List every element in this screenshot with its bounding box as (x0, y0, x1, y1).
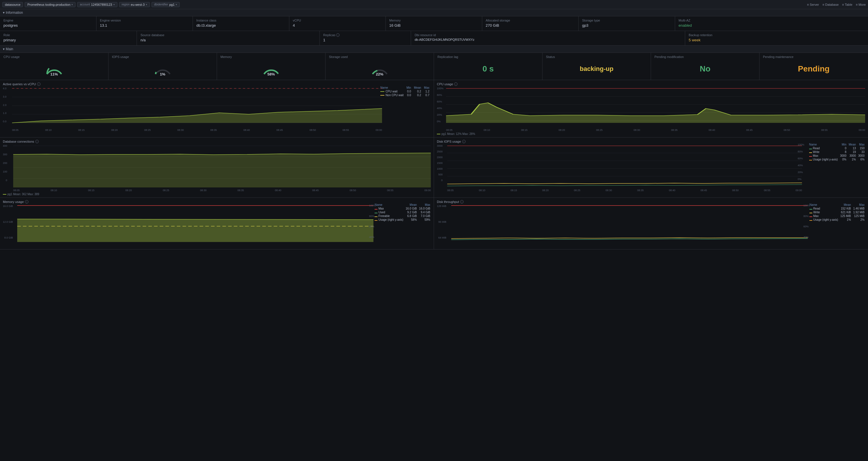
legend-row-disk-max: Max 3000 3000 3000 (808, 154, 866, 158)
backup-retention-label: Backup retention (689, 33, 865, 37)
metric-storage-label: Storage used (329, 55, 430, 59)
memory-usage-info-icon[interactable]: i (25, 200, 28, 204)
environment-selector[interactable]: Prometheus tooling-production ▾ (25, 2, 75, 7)
chart-disk-iops-title: Disk IOPS usage i (437, 140, 865, 143)
metric-status: Status backing-up (542, 53, 651, 80)
memory-usage-legend: Name Mean Max Max 16.0 GiB 16.0 GiB Used… (373, 203, 431, 222)
database-icon: ≡ (823, 3, 824, 6)
nav-server[interactable]: ≡ Server (807, 3, 819, 6)
region-value: eu-west-3 (131, 3, 145, 6)
chart-disk-iops: Disk IOPS usage i Name Min Mean Max Read (434, 137, 868, 198)
chart-active-queries: Active queries vs vCPU i Name Min Mean M… (0, 80, 434, 138)
disk-iops-xaxis: 08:0508:1008:1508:2008:2508:3008:3508:40… (447, 189, 802, 192)
replication-lag-value: 0 s (483, 64, 494, 73)
info-cell-replicas: Replicas i 1 (320, 31, 411, 45)
memory-value: 16 GiB (389, 23, 478, 28)
nav-table[interactable]: ≡ Table (842, 3, 852, 6)
replicas-info-icon[interactable]: i (336, 33, 340, 37)
charts-row3: Memory usage i Name Mean Max Max 16.0 Gi… (0, 198, 868, 249)
info-cell-storage-type: Storage type gp3 (579, 17, 675, 31)
dbidentifier-label: dbidentifier (154, 3, 168, 6)
db-connections-xaxis: 08:0508:1008:1508:2008:2508:3008:3508:40… (13, 189, 431, 192)
dbidentifier-selector[interactable]: dbidentifier pg1 ▾ (152, 2, 180, 7)
chart-cpu-usage: CPU usage i 100%80%60%40%20%0% 08:0508:1… (434, 80, 868, 138)
metric-iops-usage: IOPS usage 1% (108, 53, 217, 80)
cpu-usage-legend-text: pg1 Mean: 12% Max: 28% (441, 132, 475, 135)
replicas-label: Replicas i (323, 33, 407, 37)
db-connections-svg (13, 144, 431, 187)
main-section-header[interactable]: ▾ Main (0, 45, 868, 53)
svg-marker-24 (17, 219, 373, 242)
metric-pending-maint-content: Pending (763, 60, 865, 78)
info-cell-engine-version: Engine version 13.1 (96, 17, 193, 31)
memory-gauge-label: 58% (261, 72, 281, 76)
dbi-resource-id-label: Dbi resource id (414, 33, 681, 37)
memory-usage-chart-area: 16.0 GiB12.0 GiB8.0 GiB (17, 205, 373, 243)
active-queries-chart-area: 4.03.02.01.00.0 08:0508:1008:1508:2008:2… (12, 87, 382, 131)
memory-usage-svg (17, 205, 373, 242)
legend-row-mem-max: Max 16.0 GiB 16.0 GiB (373, 207, 431, 210)
cpu-usage-info-icon[interactable]: i (454, 82, 458, 86)
information-section-header[interactable]: ▾ Information (0, 9, 868, 17)
disk-iops-info-icon[interactable]: i (462, 140, 466, 143)
db-connections-footer: pg1 Mean: 362 Max: 389 (3, 193, 431, 196)
multiaz-label: Multi-AZ (679, 19, 865, 22)
metric-memory-label: Memory (220, 55, 322, 59)
svg-marker-11 (446, 103, 865, 123)
disk-iops-legend: Name Min Mean Max Read 0 13 150 Write (808, 143, 866, 161)
db-connections-info-icon[interactable]: i (35, 140, 39, 143)
svg-marker-16 (13, 153, 431, 187)
db-connections-chart-area: 4003002001000 08:0508:1008:1508:2008:250… (13, 144, 431, 192)
engine-version-value: 13.1 (100, 23, 189, 28)
metric-status-content: backing-up (546, 60, 647, 78)
metric-pending-modification: Pending modification No (651, 53, 760, 80)
metric-replication-lag-content: 0 s (437, 60, 539, 78)
nav-more[interactable]: ≡ More (856, 3, 866, 6)
chart-disk-throughput: Disk throughput i Name Mean Max Read 152… (434, 198, 868, 249)
legend-row-disk-read: Read 0 13 150 (808, 146, 866, 150)
legend-row-disk-write: Write 8 19 33 (808, 150, 866, 154)
pending-mod-value: No (700, 64, 710, 73)
chevron-down-icon: ▾ (71, 3, 73, 6)
info-cell-instance-class: Instance class db.t3.xlarge (193, 17, 289, 31)
legend-row-cpu-wait: CPU wait 0.0 0.2 1.2 (379, 90, 431, 93)
storage-type-value: gp3 (582, 23, 671, 28)
cpu-usage-chart-area: 100%80%60%40%20%0% 08:0508:1008:1508:200… (446, 87, 865, 131)
nav-database[interactable]: ≡ Database (823, 3, 839, 6)
metric-replication-lag: Replication lag 0 s (434, 53, 542, 80)
information-section-label: Information (6, 11, 23, 14)
engine-label: Engine (3, 19, 93, 22)
legend-row-thr-usage: Usage (right y-axis) 1% 2% (808, 218, 866, 222)
legend-row-thr-read: Read 152 KiB 1.46 MiB (808, 207, 866, 210)
info-grid-row1: Engine postgres Engine version 13.1 Inst… (0, 17, 868, 31)
status-value: backing-up (580, 65, 613, 73)
table-icon: ≡ (842, 3, 844, 6)
db-connections-legend-line (3, 194, 6, 195)
environment-value: Prometheus tooling-production (27, 3, 70, 6)
metric-pending-maint-label: Pending maintenance (763, 55, 865, 59)
metric-status-label: Status (546, 55, 647, 59)
db-connections-yaxis: 4003002001000 (3, 144, 8, 182)
legend-row-mem-freeable: Freeable 6.8 GiB 7.0 GiB (373, 214, 431, 218)
datasource-value: datasource (5, 3, 20, 6)
active-queries-yaxis: 4.03.02.01.00.0 (3, 87, 7, 123)
legend-row-thr-max: Max 125 MiB 125 MiB (808, 214, 866, 218)
legend-row-thr-write: Write 621 KiB 1.92 MiB (808, 210, 866, 214)
disk-throughput-info-icon[interactable]: i (460, 200, 464, 204)
server-icon: ≡ (807, 3, 809, 6)
chart-memory-usage: Memory usage i Name Mean Max Max 16.0 Gi… (0, 198, 434, 249)
datasource-selector[interactable]: datasource (2, 2, 23, 7)
disk-throughput-chart-area: 128 MiB96 MiB64 MiB (451, 205, 808, 243)
memory-usage-yaxis-right: 100%80%60%40% (369, 204, 376, 239)
replicas-value: 1 (323, 38, 407, 42)
metric-cpu-label: CPU usage (3, 55, 105, 59)
engine-value: postgres (3, 23, 93, 28)
account-selector[interactable]: account 124567890123 ▾ (77, 2, 117, 7)
disk-iops-yaxis: 300025002000150010005000 (437, 144, 443, 182)
active-queries-info-icon[interactable]: i (37, 82, 40, 86)
more-icon: ≡ (856, 3, 858, 6)
info-cell-multiaz: Multi-AZ enabled (675, 17, 868, 31)
backup-retention-value: 5 week (689, 38, 865, 42)
vcpu-label: vCPU (293, 19, 382, 22)
region-selector[interactable]: region eu-west-3 ▾ (119, 2, 150, 7)
